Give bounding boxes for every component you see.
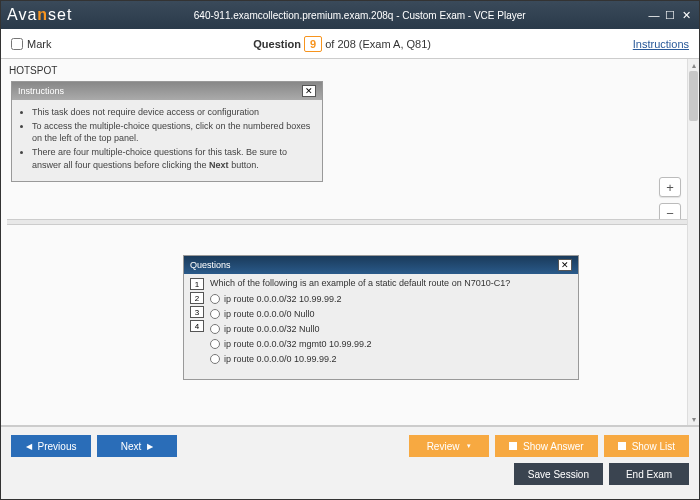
question-nav: 1 2 3 4 <box>190 278 204 369</box>
questions-panel-title: Questions <box>190 260 231 270</box>
titlebar: Avanset 640-911.examcollection.premium.e… <box>1 1 699 29</box>
content-area: HOTSPOT Instructions ✕ This task does no… <box>1 59 699 426</box>
option-radio[interactable] <box>210 294 220 304</box>
questions-panel-close-icon[interactable]: ✕ <box>558 259 572 271</box>
mark-checkbox-label[interactable]: Mark <box>11 38 51 50</box>
mark-text: Mark <box>27 38 51 50</box>
option-radio[interactable] <box>210 339 220 349</box>
square-icon <box>509 442 517 450</box>
option-row[interactable]: ip route 0.0.0.0/32 mgmt0 10.99.99.2 <box>210 339 572 349</box>
content-divider <box>7 219 693 225</box>
question-nav-4[interactable]: 4 <box>190 320 204 332</box>
hotspot-label: HOTSPOT <box>9 65 57 76</box>
option-row[interactable]: ip route 0.0.0.0/0 10.99.99.2 <box>210 354 572 364</box>
review-button[interactable]: Review▾ <box>409 435 489 457</box>
show-answer-button[interactable]: Show Answer <box>495 435 598 457</box>
instructions-panel-close-icon[interactable]: ✕ <box>302 85 316 97</box>
window-title: 640-911.examcollection.premium.exam.208q… <box>72 10 647 21</box>
zoom-in-button[interactable]: + <box>659 177 681 197</box>
instruction-item: This task does not require device access… <box>32 106 314 118</box>
instructions-list: This task does not require device access… <box>12 100 322 181</box>
option-row[interactable]: ip route 0.0.0.0/32 Null0 <box>210 324 572 334</box>
instructions-panel-title: Instructions <box>18 86 64 96</box>
previous-button[interactable]: ◀Previous <box>11 435 91 457</box>
instructions-panel-header: Instructions ✕ <box>12 82 322 100</box>
chevron-right-icon: ▶ <box>147 442 153 451</box>
option-row[interactable]: ip route 0.0.0.0/32 10.99.99.2 <box>210 294 572 304</box>
instructions-panel: Instructions ✕ This task does not requir… <box>11 81 323 182</box>
show-list-button[interactable]: Show List <box>604 435 689 457</box>
zoom-controls: + − <box>659 177 681 223</box>
square-icon <box>618 442 626 450</box>
instruction-item: To access the multiple-choice questions,… <box>32 120 314 144</box>
question-nav-1[interactable]: 1 <box>190 278 204 290</box>
option-row[interactable]: ip route 0.0.0.0/0 Null0 <box>210 309 572 319</box>
question-prompt: Which of the following is an example of … <box>210 278 572 288</box>
option-label: ip route 0.0.0.0/32 mgmt0 10.99.99.2 <box>224 339 372 349</box>
question-nav-2[interactable]: 2 <box>190 292 204 304</box>
option-radio[interactable] <box>210 309 220 319</box>
option-label: ip route 0.0.0.0/0 10.99.99.2 <box>224 354 337 364</box>
nav-row: ◀Previous Next▶ Review▾ Show Answer Show… <box>11 435 689 457</box>
window-controls: — ☐ ✕ <box>647 8 693 22</box>
instructions-link[interactable]: Instructions <box>633 38 689 50</box>
questions-body: 1 2 3 4 Which of the following is an exa… <box>184 274 578 379</box>
minimize-icon[interactable]: — <box>647 8 661 22</box>
brand-logo: Avanset <box>7 6 72 24</box>
option-label: ip route 0.0.0.0/32 Null0 <box>224 324 320 334</box>
question-counter: Question 9 of 208 (Exam A, Q81) <box>51 38 632 50</box>
question-number: 9 <box>304 36 322 52</box>
footer: ◀Previous Next▶ Review▾ Show Answer Show… <box>1 426 699 499</box>
question-content: Which of the following is an example of … <box>210 278 572 369</box>
vertical-scrollbar[interactable]: ▴ ▾ <box>687 59 699 425</box>
scroll-thumb[interactable] <box>689 71 698 121</box>
mark-checkbox[interactable] <box>11 38 23 50</box>
save-session-button[interactable]: Save Session <box>514 463 603 485</box>
scroll-down-icon[interactable]: ▾ <box>688 413 699 425</box>
option-label: ip route 0.0.0.0/0 Null0 <box>224 309 315 319</box>
instruction-item: There are four multiple-choice questions… <box>32 146 314 170</box>
close-icon[interactable]: ✕ <box>679 8 693 22</box>
question-nav-3[interactable]: 3 <box>190 306 204 318</box>
maximize-icon[interactable]: ☐ <box>663 8 677 22</box>
option-radio[interactable] <box>210 354 220 364</box>
questions-panel-header: Questions ✕ <box>184 256 578 274</box>
questions-panel: Questions ✕ 1 2 3 4 Which of the followi… <box>183 255 579 380</box>
info-bar: Mark Question 9 of 208 (Exam A, Q81) Ins… <box>1 29 699 59</box>
scroll-up-icon[interactable]: ▴ <box>688 59 699 71</box>
end-exam-button[interactable]: End Exam <box>609 463 689 485</box>
next-button[interactable]: Next▶ <box>97 435 177 457</box>
caret-down-icon: ▾ <box>467 442 471 450</box>
chevron-left-icon: ◀ <box>26 442 32 451</box>
app-window: Avanset 640-911.examcollection.premium.e… <box>0 0 700 500</box>
option-label: ip route 0.0.0.0/32 10.99.99.2 <box>224 294 342 304</box>
option-radio[interactable] <box>210 324 220 334</box>
session-row: Save Session End Exam <box>11 463 689 485</box>
